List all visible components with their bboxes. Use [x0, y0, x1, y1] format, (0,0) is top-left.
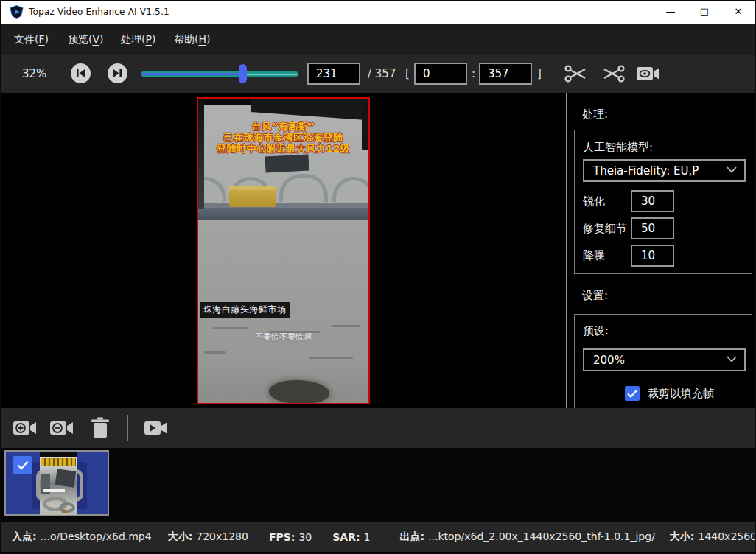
menu-help[interactable]: 帮助(H): [171, 24, 213, 55]
remove-video-icon: [49, 418, 74, 438]
video-guardrail: [198, 208, 368, 220]
split-button[interactable]: [601, 63, 626, 85]
cut-icon: [564, 63, 588, 84]
ai-model-group: 人工智能模型: Theia-Fidelity: EU,P 锐化 修复细节 降噪: [574, 130, 752, 274]
settings-section-title: 设置:: [582, 289, 608, 303]
playback-toolbar: 32% / 357 [ : ]: [1, 55, 756, 93]
overlay-title-line2: 已在珠海市金湾区沿海登陆: [198, 132, 368, 143]
crop-to-fill-label: 裁剪以填充帧: [648, 387, 714, 401]
timeline-slider[interactable]: [141, 64, 298, 83]
chevron-down-icon: [727, 166, 737, 173]
mini-caption-smudge: [43, 489, 65, 492]
overlay-title-line1: 台风“海高斯”: [198, 121, 368, 132]
range-separator: :: [472, 67, 475, 80]
overlay-title-line3: 登陆时中心附近最大风力12级: [198, 143, 368, 154]
status-fps: FPS:30: [269, 531, 312, 543]
preset-value: 200%: [593, 354, 625, 367]
video-yellow-truck: [229, 186, 276, 207]
sharpen-label: 锐化: [583, 194, 605, 208]
range-open-bracket: [: [405, 67, 410, 80]
thumbnail-checkbox[interactable]: [13, 456, 32, 474]
app-logo-icon: [10, 5, 24, 19]
mini-dark-shape: [55, 469, 77, 487]
process-video-icon: [144, 418, 169, 438]
check-icon: [17, 460, 29, 470]
slider-handle[interactable]: [239, 64, 247, 83]
preview-camera-icon: [636, 65, 661, 83]
water-streak: [309, 357, 353, 359]
water-streak: [331, 325, 360, 327]
ai-model-dropdown[interactable]: Theia-Fidelity: EU,P: [583, 159, 746, 182]
range-close-bracket: ]: [537, 67, 542, 80]
current-frame-input[interactable]: [307, 63, 360, 85]
add-video-button[interactable]: [13, 417, 38, 439]
delete-video-button[interactable]: [88, 417, 113, 439]
thumbnail-strip: [1, 448, 756, 522]
denoise-input[interactable]: [631, 245, 674, 267]
process-video-button[interactable]: [144, 417, 169, 439]
preset-group: 预设: 200% 裁剪以填充帧: [574, 314, 752, 408]
frame-total-label: / 357: [368, 67, 396, 80]
skip-end-icon: [113, 69, 122, 78]
mini-top-bar: [40, 452, 77, 457]
ai-model-label: 人工智能模型:: [583, 141, 653, 155]
processing-section-title: 处理:: [582, 108, 608, 122]
video-caption: 不要慌不要慌啊: [198, 332, 368, 343]
preset-label: 预设:: [583, 324, 609, 338]
app-window: Topaz Video Enhance AI V1.5.1 — □ ✕ 文件(F…: [0, 0, 756, 554]
ai-model-value: Theia-Fidelity: EU,P: [593, 164, 699, 178]
close-button[interactable]: ✕: [721, 1, 755, 24]
restore-detail-label: 修复细节: [583, 222, 627, 236]
check-icon: [627, 390, 637, 398]
restore-detail-input[interactable]: [631, 217, 674, 239]
mini-title-smudge: [41, 458, 76, 466]
menu-preview[interactable]: 预览(V): [65, 24, 107, 55]
window-title: Topaz Video Enhance AI V1.5.1: [29, 7, 169, 17]
skip-to-start-button[interactable]: [71, 63, 91, 83]
maximize-button[interactable]: □: [687, 1, 721, 24]
sharpen-row: 锐化: [583, 190, 745, 212]
menu-bar: 文件(F) 预览(V) 处理(P) 帮助(H): [1, 24, 756, 55]
remove-video-button[interactable]: [49, 417, 74, 439]
settings-panel: 处理: 人工智能模型: Theia-Fidelity: EU,P 锐化 修复细节: [566, 93, 756, 408]
video-overlay-title: 台风“海高斯” 已在珠海市金湾区沿海登陆 登陆时中心附近最大风力12级: [198, 121, 368, 154]
menu-file[interactable]: 文件(F): [11, 24, 52, 55]
video-hanging-sign: [265, 154, 309, 172]
status-input-size: 大小:720x1280: [168, 530, 248, 544]
delete-icon: [91, 417, 110, 439]
bridge-arch: [279, 174, 328, 202]
water-streak: [204, 351, 226, 354]
video-preview[interactable]: 台风“海高斯” 已在珠海市金湾区沿海登陆 登陆时中心附近最大风力12级 珠海白藤…: [197, 97, 370, 404]
status-output-size: 大小:1440x2560: [670, 530, 756, 544]
video-thumbnail-tile[interactable]: [4, 450, 109, 516]
actionbar-divider: [127, 416, 128, 441]
range-end-input[interactable]: [479, 63, 532, 85]
chevron-down-icon: [727, 356, 737, 362]
preview-button[interactable]: [636, 63, 661, 85]
menu-process[interactable]: 处理(P): [118, 24, 158, 55]
status-output-path: 出点:...ktop/x6d_2.00x_1440x2560_thf-1.0.1…: [399, 530, 654, 544]
denoise-row: 降噪: [583, 245, 745, 267]
video-debris: [269, 380, 329, 404]
mini-orange-dot: [62, 510, 66, 513]
title-bar: Topaz Video Enhance AI V1.5.1 — □ ✕: [1, 1, 755, 24]
bridge-deck: [198, 203, 368, 208]
water-streak: [213, 327, 248, 329]
range-start-input[interactable]: [414, 63, 467, 85]
minimize-button[interactable]: —: [654, 1, 687, 24]
restore-detail-row: 修复细节: [583, 217, 745, 239]
crop-to-fill-checkbox[interactable]: [625, 386, 640, 401]
add-video-icon: [13, 418, 38, 438]
bridge-arch: [332, 177, 370, 202]
split-icon: [601, 63, 625, 84]
sharpen-input[interactable]: [631, 190, 674, 212]
video-action-bar: [1, 408, 756, 448]
skip-to-end-button[interactable]: [108, 63, 127, 83]
zoom-percent-label: 32%: [22, 67, 46, 80]
main-area: 台风“海高斯” 已在珠海市金湾区沿海登陆 登陆时中心附近最大风力12级 珠海白藤…: [1, 93, 756, 408]
slider-remaining: [246, 74, 298, 75]
video-dark-wiper: [251, 97, 370, 121]
trim-cut-button[interactable]: [564, 63, 589, 85]
preset-dropdown[interactable]: 200%: [583, 348, 746, 371]
video-location-label: 珠海白藤头海鲜市场: [200, 302, 290, 318]
